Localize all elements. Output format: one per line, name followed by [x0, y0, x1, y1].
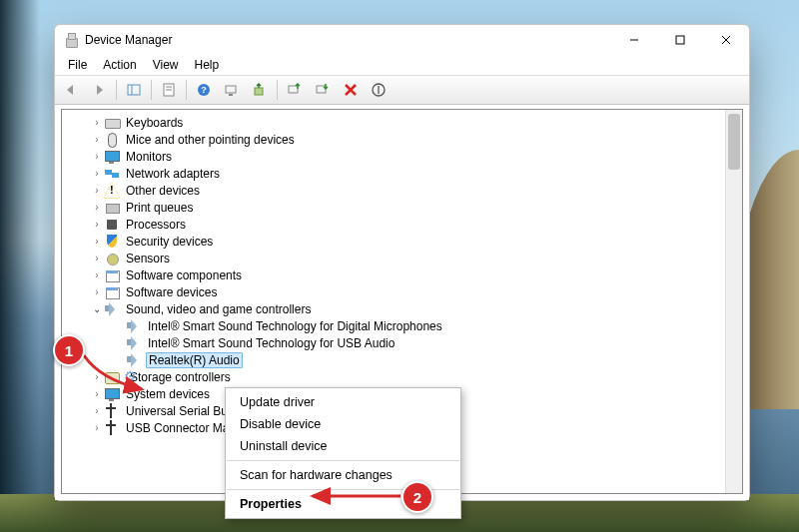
tree-item-other[interactable]: ›Other devices [72, 182, 742, 199]
tree-item-keyboards[interactable]: ›Keyboards [72, 114, 742, 131]
window-title: Device Manager [85, 33, 172, 47]
mouse-icon [104, 132, 120, 148]
printer-icon [104, 200, 120, 216]
app-icon [63, 32, 79, 48]
cpu-icon [104, 217, 120, 233]
menu-file[interactable]: File [61, 57, 94, 73]
tree-item-network[interactable]: ›Network adapters [72, 165, 742, 182]
back-button[interactable] [59, 78, 83, 102]
forward-button[interactable] [87, 78, 111, 102]
tree-item-software-components[interactable]: ›Software components [72, 266, 742, 283]
svg-rect-14 [289, 86, 298, 93]
sensor-icon [104, 251, 120, 266]
annotation-arrow-2 [307, 486, 406, 506]
warning-icon [104, 183, 120, 199]
tree-item-monitors[interactable]: ›Monitors [72, 148, 742, 165]
tree-item-realtek-audio[interactable]: Realtek(R) Audio [72, 351, 742, 368]
close-button[interactable] [703, 25, 749, 55]
annotation-arrow-1 [78, 349, 153, 399]
uninstall-device-button[interactable] [339, 78, 363, 102]
tree-item-mice[interactable]: ›Mice and other pointing devices [72, 131, 742, 148]
tree-item-print[interactable]: ›Print queues [72, 199, 742, 216]
tree-item-intel-usb[interactable]: Intel® Smart Sound Technology for USB Au… [72, 334, 742, 351]
annotation-badge-2: 2 [401, 481, 433, 513]
svg-rect-13 [255, 88, 263, 95]
toolbar: ? [55, 75, 749, 105]
shield-icon [104, 234, 120, 250]
svg-rect-11 [226, 86, 236, 93]
help-button[interactable]: ? [192, 78, 216, 102]
update-driver-button[interactable] [248, 78, 272, 102]
svg-text:?: ? [201, 85, 207, 95]
vertical-scrollbar[interactable] [725, 110, 742, 493]
menu-item-update-driver[interactable]: Update driver [226, 391, 460, 413]
svg-rect-12 [229, 94, 233, 96]
software-icon [104, 267, 120, 283]
monitor-icon [104, 149, 120, 165]
menu-action[interactable]: Action [96, 57, 143, 73]
speaker-icon [126, 318, 142, 334]
scan-hardware-button[interactable] [220, 78, 244, 102]
usb-icon [104, 403, 120, 419]
menu-item-uninstall-device[interactable]: Uninstall device [226, 435, 460, 457]
properties-button[interactable] [157, 78, 181, 102]
tree-item-sound[interactable]: ⌄Sound, video and game controllers [72, 300, 742, 317]
menu-separator [227, 460, 459, 461]
software-icon [104, 284, 120, 300]
show-hide-tree-button[interactable] [122, 78, 146, 102]
svg-rect-1 [676, 36, 684, 44]
tree-item-processors[interactable]: ›Processors [72, 216, 742, 233]
tree-item-software-devices[interactable]: ›Software devices [72, 283, 742, 300]
tree-item-storage[interactable]: ›Storage controllers [72, 368, 742, 385]
add-legacy-hardware-button[interactable] [367, 78, 391, 102]
svg-rect-4 [128, 85, 140, 95]
annotation-badge-1: 1 [53, 334, 85, 366]
menu-item-disable-device[interactable]: Disable device [226, 413, 460, 435]
keyboard-icon [104, 115, 120, 131]
network-icon [104, 166, 120, 182]
maximize-button[interactable] [657, 25, 703, 55]
scrollbar-thumb[interactable] [728, 114, 740, 170]
minimize-button[interactable] [611, 25, 657, 55]
menu-help[interactable]: Help [188, 57, 227, 73]
tree-item-security[interactable]: ›Security devices [72, 233, 742, 250]
titlebar: Device Manager [55, 25, 749, 55]
enable-device-button[interactable] [283, 78, 307, 102]
menu-view[interactable]: View [146, 57, 186, 73]
usb-icon [104, 420, 120, 436]
tree-item-sensors[interactable]: ›Sensors [72, 250, 742, 266]
tree-item-intel-mic[interactable]: Intel® Smart Sound Technology for Digita… [72, 317, 742, 334]
speaker-icon [104, 301, 120, 317]
disable-device-button[interactable] [311, 78, 335, 102]
menubar: File Action View Help [55, 55, 749, 75]
